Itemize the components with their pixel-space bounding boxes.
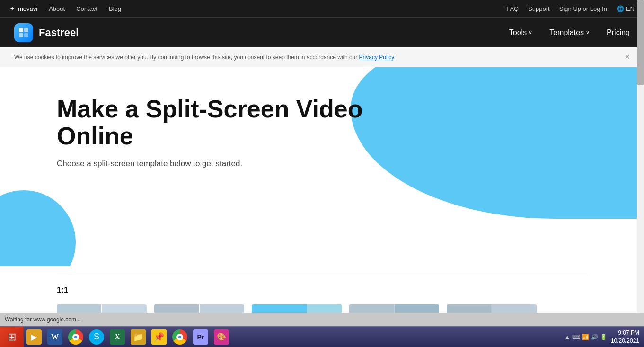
main-nav-items: Tools ∨ Templates ∨ Pricing [509, 28, 630, 37]
scrollbar-track[interactable] [637, 0, 644, 326]
top-nav-left: ✦ movavi About Contact Blog [9, 5, 121, 12]
svg-rect-0 [19, 28, 23, 32]
contact-link[interactable]: Contact [76, 5, 97, 12]
browser-status-bar: Waiting for www.google.com... [0, 313, 644, 326]
privacy-policy-link[interactable]: Privacy Policy [359, 54, 394, 61]
taskbar-clock[interactable]: 9:07 PM 10/20/2021 [611, 329, 639, 345]
movavi-brand-name: movavi [18, 5, 37, 12]
taskbar-left: ⊞ ▶ W S X 📁 📌 Pr [0, 327, 232, 347]
keyboard-icon: ⌨ [572, 334, 580, 340]
paint-icon: 🎨 [214, 329, 229, 345]
network-icon: 📶 [582, 334, 589, 340]
about-link[interactable]: About [49, 5, 65, 12]
taskbar-app-media[interactable]: ▶ [24, 327, 44, 347]
movavi-star-icon: ✦ [9, 5, 15, 12]
movavi-brand[interactable]: ✦ movavi [9, 5, 37, 12]
svg-rect-3 [24, 33, 28, 37]
pricing-link[interactable]: Pricing [607, 28, 630, 37]
chrome2-icon [172, 329, 187, 345]
top-nav-right: FAQ Support Sign Up or Log In 🌐 EN [506, 5, 635, 12]
taskbar-app-files[interactable]: 📁 [128, 327, 149, 347]
svg-rect-1 [24, 28, 28, 32]
battery-icon: 🔋 [600, 334, 607, 340]
sticky-notes-icon: 📌 [151, 329, 167, 345]
tools-chevron-icon: ∨ [529, 29, 532, 36]
hero-section: Make a Split-Screen Video Online Choose … [0, 67, 644, 266]
top-navigation: ✦ movavi About Contact Blog FAQ Support … [0, 0, 644, 17]
svg-rect-2 [19, 33, 23, 37]
templates-menu[interactable]: Templates ∨ [549, 28, 590, 37]
date-display: 10/20/2021 [611, 337, 639, 345]
taskbar-app-paint[interactable]: 🎨 [211, 327, 232, 347]
hero-content: Make a Split-Screen Video Online Choose … [57, 96, 644, 169]
signup-login-link[interactable]: Sign Up or Log In [559, 5, 607, 12]
support-link[interactable]: Support [528, 5, 550, 12]
language-selector[interactable]: 🌐 EN [617, 5, 635, 12]
blog-link[interactable]: Blog [109, 5, 121, 12]
taskbar-app-sticky[interactable]: 📌 [149, 327, 169, 347]
scrollbar-thumb[interactable] [637, 0, 644, 85]
taskbar-app-skype[interactable]: S [86, 327, 107, 347]
ratio-label: 1:1 [57, 285, 587, 295]
tools-menu[interactable]: Tools ∨ [509, 28, 532, 37]
hero-blob-bottom-left [0, 190, 76, 266]
file-manager-icon: 📁 [131, 329, 146, 345]
windows-taskbar: ⊞ ▶ W S X 📁 📌 Pr [0, 326, 644, 347]
taskbar-app-excel[interactable]: X [107, 327, 128, 347]
hero-title: Make a Split-Screen Video Online [57, 96, 426, 150]
cookie-banner: We use cookies to improve the services w… [0, 47, 644, 67]
templates-label: Templates [549, 28, 584, 37]
word-icon: W [47, 329, 62, 345]
chrome-icon [68, 329, 83, 345]
taskbar-app-chrome2[interactable] [169, 327, 190, 347]
premiere-icon: Pr [193, 329, 208, 345]
status-text: Waiting for www.google.com... [5, 316, 81, 323]
tools-label: Tools [509, 28, 527, 37]
system-tray-icons: ▲ ⌨ 📶 🔊 🔋 [565, 334, 607, 340]
media-player-icon: ▶ [26, 329, 42, 345]
start-button[interactable]: ⊞ [0, 327, 24, 347]
faq-link[interactable]: FAQ [506, 5, 519, 12]
section-divider [57, 276, 587, 276]
main-navigation: Fastreel Tools ∨ Templates ∨ Pricing [0, 17, 644, 47]
fastreel-logo-text: Fastreel [39, 27, 79, 39]
logo-area[interactable]: Fastreel [14, 23, 79, 42]
taskbar-app-chrome[interactable] [65, 327, 86, 347]
excel-icon: X [110, 329, 125, 345]
skype-icon: S [89, 329, 104, 345]
up-arrow-icon[interactable]: ▲ [565, 334, 570, 340]
lang-label: EN [626, 5, 635, 12]
cookie-text: We use cookies to improve the services w… [14, 54, 396, 61]
globe-icon: 🌐 [617, 5, 624, 12]
time-display: 9:07 PM [611, 329, 639, 337]
taskbar-app-premiere[interactable]: Pr [190, 327, 211, 347]
hero-subtitle: Choose a split-screen template below to … [57, 159, 644, 169]
windows-icon: ⊞ [8, 331, 16, 343]
taskbar-app-word[interactable]: W [44, 327, 65, 347]
fastreel-logo-icon [14, 23, 33, 42]
cookie-close-button[interactable]: × [625, 52, 630, 62]
templates-chevron-icon: ∨ [586, 29, 590, 36]
volume-icon: 🔊 [591, 334, 598, 340]
taskbar-right: ▲ ⌨ 📶 🔊 🔋 9:07 PM 10/20/2021 [560, 329, 644, 345]
